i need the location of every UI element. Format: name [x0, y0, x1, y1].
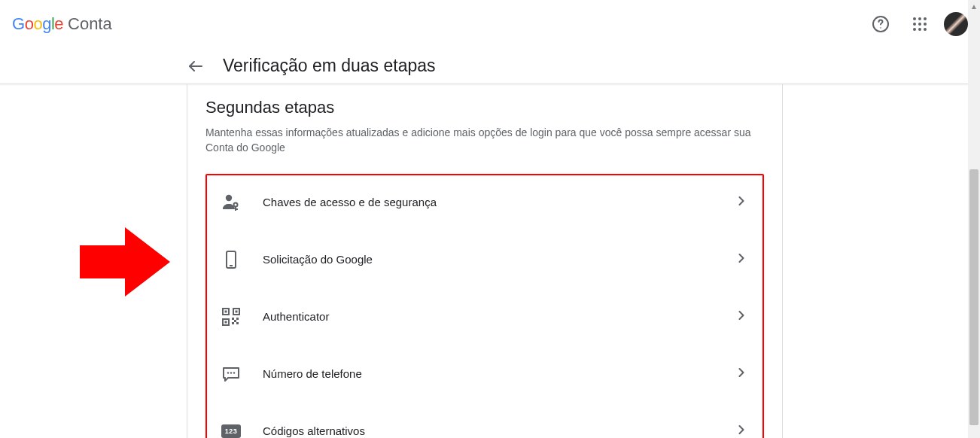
phone-icon — [221, 249, 242, 270]
scroll-up-arrow-icon[interactable]: ▲ — [968, 0, 980, 12]
page-subheader: Verificação em duas etapas — [0, 48, 980, 84]
option-label: Códigos alternativos — [263, 424, 734, 437]
content-panel: Segundas etapas Mantenha essas informaçõ… — [187, 84, 783, 438]
chevron-right-icon — [734, 308, 749, 326]
svg-point-8 — [913, 28, 916, 31]
google-logo: Google — [12, 14, 63, 34]
logo-area[interactable]: Google Conta — [12, 14, 112, 34]
svg-rect-25 — [236, 318, 239, 320]
svg-rect-26 — [232, 322, 234, 324]
app-header: Google Conta — [0, 0, 980, 48]
svg-rect-28 — [234, 320, 236, 322]
chevron-right-icon — [734, 251, 749, 269]
option-label: Número de telefone — [263, 367, 734, 380]
option-label: Authenticator — [263, 310, 734, 323]
svg-point-12 — [226, 194, 232, 200]
svg-point-5 — [913, 23, 916, 26]
scrollbar-thumb[interactable] — [969, 169, 978, 425]
apps-button[interactable] — [905, 9, 935, 39]
svg-point-3 — [918, 17, 921, 20]
option-label: Solicitação do Google — [263, 253, 734, 266]
product-label: Conta — [68, 14, 112, 34]
annotation-arrow — [80, 223, 170, 301]
svg-rect-19 — [225, 310, 227, 312]
second-steps-list: Chaves de acesso e de segurança Solicita… — [205, 174, 764, 438]
svg-point-1 — [880, 27, 881, 29]
svg-marker-32 — [80, 227, 170, 297]
chevron-right-icon — [734, 365, 749, 383]
header-actions — [866, 9, 968, 39]
svg-rect-21 — [236, 310, 238, 312]
page-title: Verificação em duas etapas — [223, 56, 436, 76]
qr-code-icon — [221, 306, 242, 327]
svg-point-9 — [918, 28, 921, 31]
svg-point-4 — [924, 17, 927, 20]
back-button[interactable] — [187, 57, 205, 75]
option-authenticator[interactable]: Authenticator — [207, 290, 762, 344]
help-button[interactable] — [866, 9, 896, 39]
svg-rect-23 — [225, 321, 227, 323]
section-description: Mantenha essas informações atualizadas e… — [205, 125, 762, 156]
section-title: Segundas etapas — [205, 98, 764, 117]
svg-point-6 — [918, 23, 921, 26]
chevron-right-icon — [734, 193, 749, 211]
svg-point-30 — [230, 372, 232, 373]
svg-point-31 — [233, 372, 235, 373]
help-icon — [872, 15, 890, 33]
codes-badge: 123 — [221, 424, 241, 438]
sms-icon — [221, 363, 242, 385]
svg-point-13 — [234, 202, 238, 206]
passkey-icon — [221, 192, 242, 213]
option-backup-codes[interactable]: 123 Códigos alternativos — [207, 404, 762, 438]
svg-point-10 — [924, 28, 927, 31]
svg-rect-24 — [232, 318, 234, 320]
backup-codes-icon: 123 — [221, 421, 242, 438]
svg-point-2 — [913, 17, 916, 20]
chevron-right-icon — [734, 422, 749, 438]
option-passkeys[interactable]: Chaves de acesso e de segurança — [207, 175, 762, 230]
option-phone-number[interactable]: Número de telefone — [207, 347, 762, 401]
arrow-left-icon — [187, 57, 205, 75]
account-avatar[interactable] — [944, 12, 968, 36]
svg-point-7 — [924, 23, 927, 26]
scrollbar-track[interactable]: ▲ — [968, 0, 980, 438]
option-label: Chaves de acesso e de segurança — [263, 196, 734, 208]
option-google-prompt[interactable]: Solicitação do Google — [207, 233, 762, 287]
svg-point-29 — [227, 372, 229, 373]
apps-grid-icon — [912, 17, 927, 32]
svg-rect-27 — [236, 322, 239, 324]
